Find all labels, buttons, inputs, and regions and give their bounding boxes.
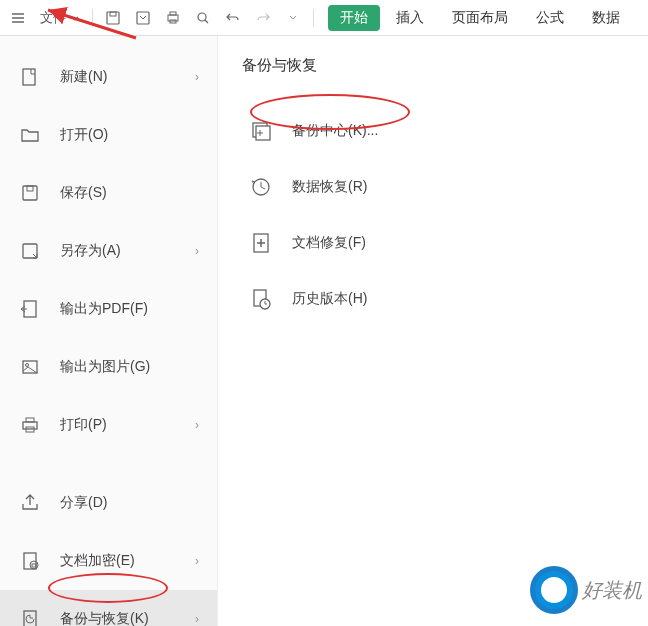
sidebar-item-encrypt[interactable]: 文档加密(E) › <box>0 532 217 590</box>
sidebar-item-label: 打印(P) <box>60 416 195 434</box>
svg-rect-0 <box>107 12 119 24</box>
svg-point-6 <box>198 13 206 21</box>
panel-item-label: 文档修复(F) <box>292 234 366 252</box>
redo-dropdown[interactable] <box>279 4 307 32</box>
main-content: 新建(N) › 打开(O) 保存(S) 另存为(A) › 输出为PDF(F) 输… <box>0 36 648 626</box>
panel-item-history[interactable]: 历史版本(H) <box>242 271 624 327</box>
chevron-right-icon: › <box>195 612 199 626</box>
redo-icon <box>255 10 271 26</box>
new-doc-icon <box>18 65 42 89</box>
sidebar-item-share[interactable]: 分享(D) <box>0 474 217 532</box>
undo-icon <box>225 10 241 26</box>
chevron-right-icon: › <box>195 244 199 258</box>
file-menu-sidebar: 新建(N) › 打开(O) 保存(S) 另存为(A) › 输出为PDF(F) 输… <box>0 36 218 626</box>
hamburger-icon <box>10 10 26 26</box>
sidebar-item-export-pdf[interactable]: 输出为PDF(F) <box>0 280 217 338</box>
svg-point-13 <box>26 364 29 367</box>
undo-button[interactable] <box>219 4 247 32</box>
export-pdf-icon <box>18 297 42 321</box>
save-as-button[interactable] <box>129 4 157 32</box>
svg-rect-9 <box>27 186 33 191</box>
divider <box>92 9 93 27</box>
open-folder-icon <box>18 123 42 147</box>
svg-rect-8 <box>23 186 37 200</box>
sidebar-item-save[interactable]: 保存(S) <box>0 164 217 222</box>
chevron-down-icon <box>289 14 297 22</box>
doc-repair-icon <box>248 230 274 256</box>
svg-rect-14 <box>23 422 37 429</box>
divider <box>313 9 314 27</box>
tab-page-layout[interactable]: 页面布局 <box>440 3 520 33</box>
chevron-right-icon: › <box>195 418 199 432</box>
svg-point-18 <box>30 561 38 569</box>
save-icon <box>105 10 121 26</box>
tab-insert[interactable]: 插入 <box>384 3 436 33</box>
tab-data[interactable]: 数据 <box>580 3 632 33</box>
sidebar-item-save-as[interactable]: 另存为(A) › <box>0 222 217 280</box>
watermark-logo-icon <box>530 566 578 614</box>
sidebar-item-new[interactable]: 新建(N) › <box>0 48 217 106</box>
save-as-icon <box>18 239 42 263</box>
tab-start[interactable]: 开始 <box>328 5 380 31</box>
panel-item-label: 历史版本(H) <box>292 290 367 308</box>
history-icon <box>248 286 274 312</box>
watermark-text: 好装机 <box>582 577 642 604</box>
export-image-icon <box>18 355 42 379</box>
sidebar-item-label: 备份与恢复(K) <box>60 610 195 626</box>
share-icon <box>18 491 42 515</box>
panel-item-backup-center[interactable]: 备份中心(K)... <box>242 103 624 159</box>
watermark: 好装机 <box>530 566 642 614</box>
hamburger-menu-button[interactable] <box>4 4 32 32</box>
toolbar: 文件 开始 插入 页面布局 公式 数据 <box>0 0 648 36</box>
ribbon-tabs: 开始 插入 页面布局 公式 数据 <box>328 3 632 33</box>
svg-rect-4 <box>170 12 176 15</box>
sidebar-item-label: 输出为PDF(F) <box>60 300 199 318</box>
sidebar-item-label: 分享(D) <box>60 494 199 512</box>
lock-icon <box>18 549 42 573</box>
sidebar-item-backup-restore[interactable]: 备份与恢复(K) › <box>0 590 217 626</box>
save-as-icon <box>135 10 151 26</box>
panel-item-doc-repair[interactable]: 文档修复(F) <box>242 215 624 271</box>
backup-center-icon <box>248 118 274 144</box>
backup-icon <box>18 607 42 626</box>
save-icon <box>18 181 42 205</box>
panel-item-label: 备份中心(K)... <box>292 122 378 140</box>
sidebar-item-label: 文档加密(E) <box>60 552 195 570</box>
sidebar-item-label: 另存为(A) <box>60 242 195 260</box>
sidebar-item-label: 保存(S) <box>60 184 199 202</box>
print-icon <box>18 413 42 437</box>
tab-formula[interactable]: 公式 <box>524 3 576 33</box>
svg-rect-7 <box>23 69 35 85</box>
svg-rect-1 <box>110 12 116 16</box>
chevron-right-icon: › <box>195 554 199 568</box>
sidebar-item-label: 打开(O) <box>60 126 199 144</box>
preview-icon <box>195 10 211 26</box>
backup-restore-panel: 备份与恢复 备份中心(K)... 数据恢复(R) 文档修复(F) 历史版本(H) <box>218 36 648 626</box>
file-menu-label: 文件 <box>40 9 66 27</box>
sidebar-item-label: 输出为图片(G) <box>60 358 199 376</box>
sidebar-item-export-image[interactable]: 输出为图片(G) <box>0 338 217 396</box>
data-recover-icon <box>248 174 274 200</box>
sidebar-item-label: 新建(N) <box>60 68 195 86</box>
sidebar-item-open[interactable]: 打开(O) <box>0 106 217 164</box>
file-menu-button[interactable]: 文件 <box>34 4 86 32</box>
svg-rect-2 <box>137 12 149 24</box>
chevron-right-icon: › <box>195 70 199 84</box>
print-icon <box>165 10 181 26</box>
panel-item-data-recover[interactable]: 数据恢复(R) <box>242 159 624 215</box>
panel-title: 备份与恢复 <box>242 56 624 75</box>
save-button[interactable] <box>99 4 127 32</box>
spacer <box>0 454 217 474</box>
print-button[interactable] <box>159 4 187 32</box>
panel-item-label: 数据恢复(R) <box>292 178 367 196</box>
redo-button[interactable] <box>249 4 277 32</box>
chevron-down-icon <box>70 13 80 23</box>
preview-button[interactable] <box>189 4 217 32</box>
sidebar-item-print[interactable]: 打印(P) › <box>0 396 217 454</box>
